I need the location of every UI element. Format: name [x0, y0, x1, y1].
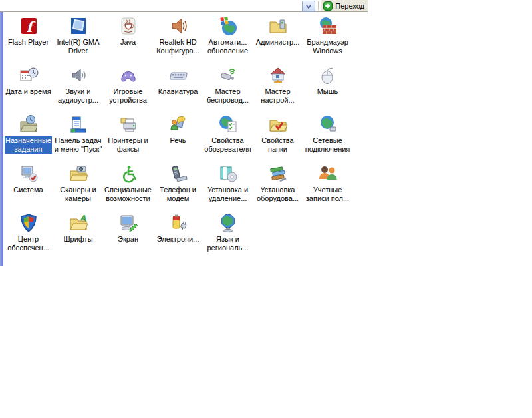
java-icon [118, 15, 139, 37]
address-input[interactable] [0, 0, 302, 11]
cp-item-label: Intel(R) GMA Driver [56, 38, 100, 55]
cp-item-label: Дата и время [5, 87, 51, 96]
cp-item-date-time[interactable]: Дата и время [3, 63, 53, 112]
cp-item-label: Экран [117, 235, 139, 244]
cp-item-label: Java [120, 38, 136, 47]
cp-item-automatic-updates[interactable]: Автомати... обновление [203, 13, 253, 63]
windows-update-globe-icon [217, 15, 239, 37]
cp-item-label: Клавиатура [158, 87, 199, 96]
address-dropdown-button[interactable] [302, 1, 315, 12]
gamepad-icon [118, 65, 139, 86]
cp-item-speech[interactable]: Речь [153, 112, 203, 161]
cp-item-label: Панель задач и меню "Пуск" [54, 136, 103, 154]
cp-item-label: Брандмауэр Windows [306, 38, 349, 55]
cp-item-label: Язык и региональ... [206, 235, 249, 252]
speaker-icon [68, 65, 89, 86]
cp-item-label: Мышь [317, 87, 339, 96]
wireless-usb-icon [217, 65, 239, 86]
phone-modem-icon [168, 163, 189, 184]
cp-item-label: Мастер беспровод... [206, 87, 249, 104]
hardware-stack-icon [267, 163, 289, 184]
cp-item-internet-options[interactable]: Свойства обозревателя [203, 112, 253, 161]
cp-item-realtek-hd-audio[interactable]: Realtek HD Конфигура... [153, 13, 203, 63]
two-users-icon [317, 163, 338, 184]
cp-item-label: Учетные записи пол... [305, 186, 350, 203]
cp-item-scanners-cameras[interactable]: Сканеры и камеры [53, 161, 103, 210]
cp-item-label: Установка оборудова... [256, 186, 299, 203]
globe-connector-icon [317, 114, 338, 135]
monitor-pencil-icon [118, 212, 139, 234]
cp-item-display[interactable]: Экран [103, 210, 153, 260]
cp-item-wireless-wizard[interactable]: Мастер беспровод... [203, 63, 253, 112]
cp-item-intel-gma-driver[interactable]: Intel(R) GMA Driver [53, 13, 103, 63]
cp-item-keyboard[interactable]: Клавиатура [153, 63, 203, 112]
software-box-cd-icon [217, 163, 239, 184]
cp-item-mouse[interactable]: Мышь [303, 63, 352, 112]
cp-item-security-center[interactable]: Центр обеспечен... [3, 210, 53, 260]
cp-item-label: Flash Player [7, 38, 49, 47]
cp-item-fonts[interactable]: AШрифты [53, 210, 103, 260]
firewall-brick-globe-icon [317, 15, 338, 37]
address-toolbar: Переход [0, 0, 368, 12]
cp-item-label: Шрифты [63, 235, 93, 244]
folder-letter-a-icon: A [68, 212, 89, 234]
cp-item-system[interactable]: Система [3, 161, 53, 210]
cp-item-windows-firewall[interactable]: Брандмауэр Windows [303, 13, 352, 63]
intel-gma-driver-icon [68, 15, 89, 37]
flash-player-icon: f [18, 15, 39, 37]
cp-item-label: Мастер настрой... [260, 87, 295, 104]
cp-item-taskbar-start-menu[interactable]: Панель задач и меню "Пуск" [53, 112, 103, 161]
battery-plug-icon [168, 212, 189, 234]
folder-check-icon [267, 114, 289, 135]
cp-item-label: Специальные возможности [104, 186, 152, 203]
computer-check-icon [18, 163, 39, 184]
cp-item-label: Установка и удаление... [207, 186, 249, 203]
cp-item-label: Автомати... обновление [207, 38, 249, 55]
cp-item-power-options[interactable]: Электропи... [153, 210, 203, 260]
cp-item-label: Система [13, 186, 43, 194]
house-network-icon [267, 65, 289, 86]
go-button[interactable]: Переход [321, 0, 368, 11]
cp-item-printers-faxes[interactable]: Принтеры и факсы [103, 112, 153, 161]
cp-item-administrative-tools[interactable]: Администр... [253, 13, 303, 63]
cp-item-game-controllers[interactable]: Игровые устройства [103, 63, 153, 112]
cp-item-network-setup-wizard[interactable]: Мастер настрой... [253, 63, 303, 112]
globe-stand-icon [217, 212, 239, 234]
folder-camera-icon [68, 163, 89, 184]
toolbar-separator [318, 1, 319, 10]
taskbar-icon [68, 114, 89, 135]
cp-item-label: Звуки и аудиоустр... [57, 87, 99, 104]
wheelchair-icon [118, 163, 139, 184]
cp-item-scheduled-tasks[interactable]: Назначенные задания [3, 112, 53, 161]
speech-person-icon [168, 114, 189, 135]
cp-item-label: Сканеры и камеры [59, 186, 97, 203]
admin-tools-folder-icon [267, 15, 289, 37]
cp-item-label: Телефон и модем [159, 186, 197, 203]
cp-item-label: Свойства обозревателя [203, 136, 251, 154]
cp-item-label: Назначенные задания [5, 136, 52, 154]
cp-item-phone-modem[interactable]: Телефон и модем [153, 161, 203, 210]
cp-item-folder-options[interactable]: Свойства папки [253, 112, 303, 161]
cp-item-flash-player[interactable]: fFlash Player [3, 13, 53, 63]
cp-item-user-accounts[interactable]: Учетные записи пол... [303, 161, 352, 210]
cp-item-label: Игровые устройства [108, 87, 148, 104]
control-panel-content: fFlash PlayerIntel(R) GMA DriverJavaReal… [3, 12, 356, 266]
calendar-clock-icon [18, 65, 39, 86]
cp-item-sounds-audio[interactable]: Звуки и аудиоустр... [53, 63, 103, 112]
cp-item-label: Свойства папки [261, 136, 294, 154]
folder-clock-icon [18, 114, 39, 135]
icon-grid: fFlash PlayerIntel(R) GMA DriverJavaReal… [3, 12, 356, 260]
cp-item-label: Сетевые подключения [305, 136, 351, 154]
keyboard-icon [168, 65, 189, 86]
mouse-icon [317, 65, 338, 86]
cp-item-java[interactable]: Java [103, 13, 153, 63]
cp-item-accessibility[interactable]: Специальные возможности [103, 161, 153, 210]
cp-item-label: Речь [169, 136, 186, 145]
cp-item-label: Принтеры и факсы [107, 136, 149, 154]
cp-item-add-remove-programs[interactable]: Установка и удаление... [203, 161, 253, 210]
cp-item-network-connections[interactable]: Сетевые подключения [303, 112, 352, 161]
cp-item-add-hardware[interactable]: Установка оборудова... [253, 161, 303, 210]
svg-text:A: A [79, 212, 88, 224]
cp-item-regional-language[interactable]: Язык и региональ... [203, 210, 253, 260]
realtek-speaker-icon [168, 15, 189, 37]
